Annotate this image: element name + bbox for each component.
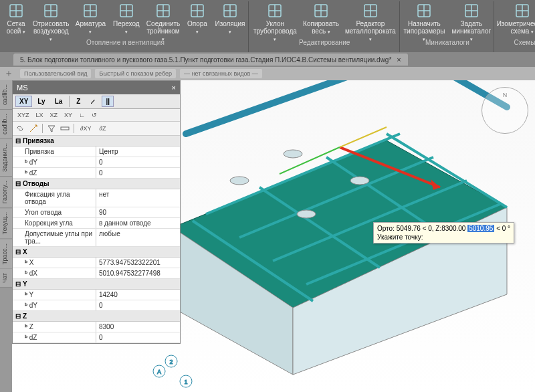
svg-point-57 xyxy=(284,150,302,158)
property-value[interactable]: нет xyxy=(96,189,180,207)
property-section-header[interactable]: ⊟ X xyxy=(13,247,180,258)
dz-label[interactable]: ∂Z xyxy=(97,124,108,132)
property-row: ᵇ Y14240 xyxy=(13,290,180,300)
link-icon[interactable] xyxy=(15,124,25,133)
ribbon-button[interactable]: Редакторметаллопроката ▾ xyxy=(342,1,399,37)
sidebar-tab[interactable]: cadlib... xyxy=(0,80,12,110)
sidebar-tab[interactable]: Трасс... xyxy=(0,239,12,270)
property-value[interactable]: 0 xyxy=(96,300,180,310)
property-key: ᵇ Y xyxy=(13,290,96,300)
panel-titlebar[interactable]: MS × xyxy=(13,81,180,94)
property-value[interactable]: 8300 xyxy=(96,322,180,332)
plane-tab[interactable]: XY xyxy=(62,111,74,119)
property-section-header[interactable]: ⊟ Привязка xyxy=(13,136,180,146)
plane-tab[interactable]: XZ xyxy=(48,111,60,119)
steel-icon xyxy=(362,3,379,19)
property-key: ᵇ X xyxy=(13,258,96,268)
property-section-header[interactable]: ⊟ Отводы xyxy=(13,179,180,189)
plane-tab[interactable]: ∟ xyxy=(77,111,87,119)
property-row: ᵇ dX5010.947532277498 xyxy=(13,268,180,279)
property-key: ᵇ Z xyxy=(13,322,96,332)
mode-tab[interactable]: Z xyxy=(72,96,84,107)
main-area: А 1 2 Орто: 5049.76 < 0, Z:8300.00 5010.… xyxy=(0,80,535,392)
property-section-header[interactable]: ⊟ Z xyxy=(13,311,180,322)
mode-tab[interactable]: || xyxy=(102,96,114,107)
ribbon-button[interactable]: Назначитьтипоразмеры ▾ xyxy=(401,1,448,37)
properties-panel: MS × XYLyLaZ⟋|| XYZLXXZXY∟↺ ∂XY ∂Z ⊟ При… xyxy=(12,80,181,344)
ribbon: Сеткаосей ▾Отрисоватьвоздуховод ▾Арматур… xyxy=(0,0,535,52)
ribbon-button[interactable]: Переход ▾ xyxy=(110,1,142,37)
mode-tab[interactable]: ⟋ xyxy=(86,96,100,107)
svg-text:1: 1 xyxy=(184,379,187,385)
grid-icon xyxy=(8,3,24,19)
coord-mode-tabs: XYLyLaZ⟋|| xyxy=(13,94,180,109)
ribbon-button[interactable]: Копироватьвесь ▾ xyxy=(302,1,340,37)
property-row: ᵇ dY0 xyxy=(13,157,180,168)
svg-point-55 xyxy=(230,177,249,185)
property-row: ᵇ dZ0 xyxy=(13,332,180,343)
property-value[interactable]: любые xyxy=(96,229,180,246)
ribbon-button[interactable]: Уклонтрубопровода ▾ xyxy=(250,1,300,37)
ribbon-button-label: Переход ▾ xyxy=(112,20,140,35)
sidebar-tab[interactable]: Задания... xyxy=(0,139,12,177)
property-value[interactable]: 14240 xyxy=(96,290,180,300)
property-section-header[interactable]: ⊟ Y xyxy=(13,279,180,290)
plane-tab[interactable]: XYZ xyxy=(15,111,31,119)
left-sidebar-tabs: cadlib...cadlib...Задания...Газопу...Тек… xyxy=(0,80,12,392)
property-value[interactable]: 0 xyxy=(96,332,180,342)
ribbon-button[interactable]: Арматура ▾ xyxy=(72,1,108,37)
property-row: Допустимые углы при тра...любые xyxy=(13,229,180,247)
view-toolbar: ＋ Пользовательский видБыстрый с показом … xyxy=(0,67,535,80)
mode-tab[interactable]: XY xyxy=(15,96,32,107)
close-icon[interactable]: × xyxy=(397,56,401,64)
ribbon-button-label: Копироватьвесь ▾ xyxy=(303,20,339,35)
filter-icon[interactable] xyxy=(47,124,56,133)
ribbon-button-label: Изометрическаясхема ▾ xyxy=(497,20,535,35)
ribbon-button[interactable]: Отрисоватьвоздуховод ▾ xyxy=(31,1,71,37)
property-value[interactable]: 0 xyxy=(96,168,180,178)
ribbon-button[interactable]: Сеткаосей ▾ xyxy=(3,1,29,37)
sidebar-tab[interactable]: Газопу... xyxy=(0,177,12,208)
wand-icon[interactable] xyxy=(29,124,38,133)
plus-icon[interactable]: ＋ xyxy=(4,68,13,80)
insul-icon xyxy=(222,3,238,19)
collapse-icon: ⊟ xyxy=(15,248,23,256)
copy-icon xyxy=(313,3,329,19)
ribbon-button[interactable]: Опора ▾ xyxy=(184,1,211,37)
ribbon-button[interactable]: Изоляция ▾ xyxy=(212,1,248,37)
view-pill[interactable]: — нет связанных видов — xyxy=(180,69,262,78)
property-row: Коррекция углав данном отводе xyxy=(13,218,180,229)
property-value[interactable]: 5010.947532277498 xyxy=(96,268,180,278)
view-pill[interactable]: Быстрый с показом ребер xyxy=(95,69,176,78)
ribbon-group-title: Схемы и расчеты xyxy=(496,37,535,49)
view-pill[interactable]: Пользовательский вид xyxy=(20,69,91,78)
ribbon-button[interactable]: Соединитьтройником ▾ xyxy=(144,1,183,37)
property-value[interactable]: Центр xyxy=(96,146,180,157)
plane-tab[interactable]: ↺ xyxy=(90,111,99,119)
mode-tab[interactable]: La xyxy=(51,96,67,107)
valve-icon xyxy=(82,3,98,19)
ribbon-group-title: Миникаталоги xyxy=(401,37,494,49)
sidebar-tab[interactable]: Чат xyxy=(0,269,12,288)
sidebar-tab[interactable]: cadlib... xyxy=(0,110,12,139)
svg-point-56 xyxy=(297,210,316,218)
document-tab[interactable]: 5. Блок подготовки топливного и пусковог… xyxy=(13,54,408,66)
ribbon-button[interactable]: Изометрическаясхема ▾ xyxy=(496,1,535,37)
property-value[interactable]: 5773.947532322201 xyxy=(96,258,180,268)
mode-tab[interactable]: Ly xyxy=(33,96,49,107)
property-value[interactable]: 0 xyxy=(96,157,180,167)
plane-tab[interactable]: LX xyxy=(34,111,45,119)
close-icon[interactable]: × xyxy=(172,84,176,92)
svg-rect-69 xyxy=(61,127,69,130)
ruler-icon[interactable] xyxy=(60,124,70,133)
navigation-gizmo[interactable] xyxy=(481,87,528,134)
dxy-label[interactable]: ∂XY xyxy=(78,124,93,132)
tooltip-highlight: 5010.95 xyxy=(467,225,494,232)
sidebar-tab[interactable]: Текущ... xyxy=(0,208,12,239)
property-value[interactable]: 90 xyxy=(96,207,180,217)
property-value[interactable]: в данном отводе xyxy=(96,218,180,228)
ribbon-button[interactable]: Задатьминикаталог ▾ xyxy=(449,1,494,37)
transition-icon xyxy=(118,3,134,19)
property-key: ᵇ dZ xyxy=(13,168,96,178)
ribbon-button-label: Арматура ▾ xyxy=(75,20,106,35)
